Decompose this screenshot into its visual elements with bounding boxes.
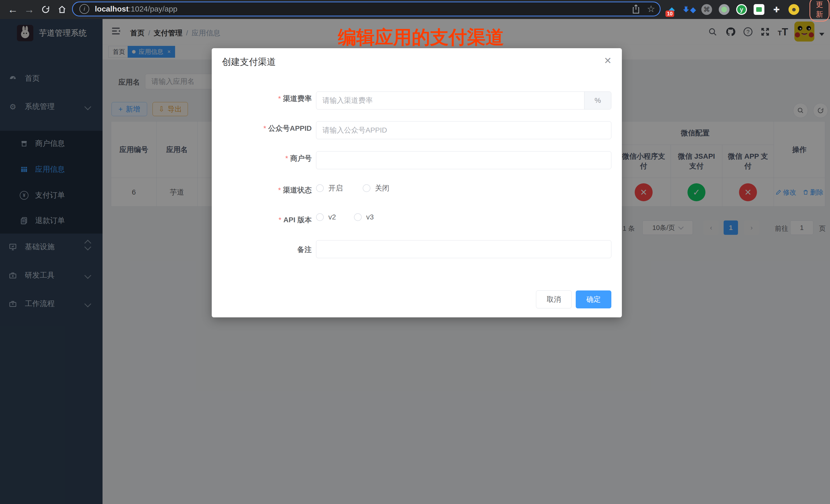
status-off-radio[interactable] xyxy=(363,184,371,192)
extension-recorder-icon[interactable] xyxy=(719,4,730,15)
percent-suffix: % xyxy=(584,92,611,109)
status-on-radio[interactable] xyxy=(316,184,324,192)
api-version-label: *API 版本 xyxy=(212,215,312,225)
update-button[interactable]: 更新 xyxy=(809,0,829,22)
appid-label: *公众号APPID xyxy=(212,124,312,133)
rate-field: % xyxy=(316,92,611,109)
url-text: localhost:1024/pay/app xyxy=(95,5,178,13)
api-version-radio-group: v2 v3 xyxy=(316,213,374,221)
appid-input[interactable] xyxy=(316,121,611,139)
cancel-button[interactable]: 取消 xyxy=(536,290,572,308)
confirm-button[interactable]: 确定 xyxy=(576,290,611,308)
url-bar[interactable]: i localhost:1024/pay/app ☆ xyxy=(72,2,661,17)
dialog-close-icon[interactable]: ✕ xyxy=(604,55,612,66)
merchant-input[interactable] xyxy=(316,151,611,169)
browser-toolbar: ← → i localhost:1024/pay/app ☆ ◆10 🢛◆ ⌘ … xyxy=(0,0,830,19)
extension-command-icon[interactable]: ⌘ xyxy=(701,4,712,15)
extension-puzzle-icon[interactable]: ✚ xyxy=(771,4,782,15)
info-icon[interactable]: i xyxy=(79,4,89,14)
remark-field xyxy=(316,240,611,258)
merchant-label: *商户号 xyxy=(212,154,312,163)
screen: ← → i localhost:1024/pay/app ☆ ◆10 🢛◆ ⌘ … xyxy=(0,0,830,504)
extension-pin-icon[interactable]: ◆10 xyxy=(667,4,677,15)
extension-kite-icon[interactable]: 🢛◆ xyxy=(684,4,695,15)
create-channel-dialog: 创建支付渠道 ✕ *渠道费率 % *公众号APPID *商户号 *渠道状态 xyxy=(212,48,622,317)
back-icon[interactable]: ← xyxy=(5,4,21,15)
star-icon[interactable]: ☆ xyxy=(647,4,655,14)
merchant-field xyxy=(316,151,611,169)
appid-field xyxy=(316,121,611,139)
share-icon[interactable] xyxy=(632,4,640,14)
extension-y-icon[interactable]: y xyxy=(736,4,747,15)
status-radio-group: 开启 关闭 xyxy=(316,183,389,193)
status-label: *渠道状态 xyxy=(212,185,312,195)
remark-input[interactable] xyxy=(316,240,611,258)
rate-input[interactable] xyxy=(316,92,611,109)
annotation-text: 编辑应用的支付渠道 xyxy=(338,25,504,50)
extensions-row: ◆10 🢛◆ ⌘ y ✚ ☻ 更新 ⋮ xyxy=(667,0,830,19)
forward-icon[interactable]: → xyxy=(21,4,37,15)
remark-label: 备注 xyxy=(212,245,312,255)
dialog-title: 创建支付渠道 xyxy=(222,56,276,68)
rate-label: *渠道费率 xyxy=(212,94,312,103)
api-v2-radio[interactable] xyxy=(316,213,324,221)
extension-emoji-icon[interactable]: ☻ xyxy=(789,4,799,15)
home-icon[interactable] xyxy=(54,5,70,14)
api-v3-radio[interactable] xyxy=(354,213,362,221)
refresh-icon[interactable] xyxy=(37,5,54,14)
extension-chat-icon[interactable] xyxy=(754,4,764,15)
extensions-badge: 10 xyxy=(665,10,674,17)
